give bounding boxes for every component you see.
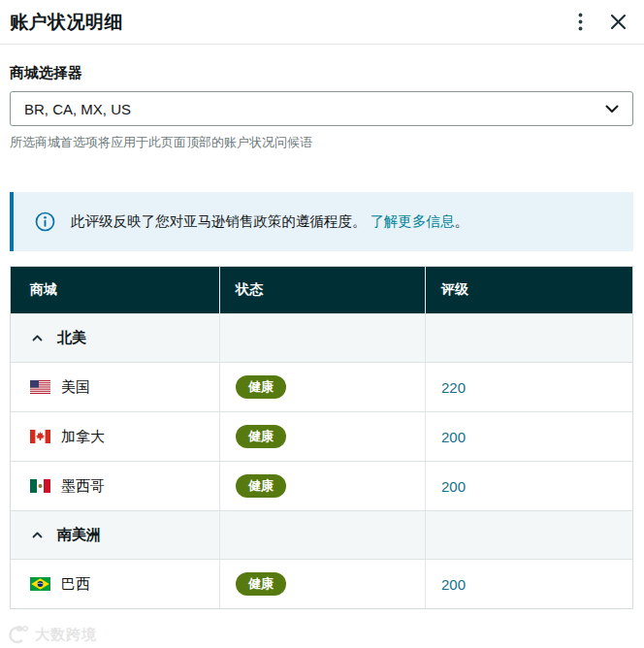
group-row: 南美洲 xyxy=(11,510,632,559)
marketplace-cell: 墨西哥 xyxy=(11,462,219,510)
empty-cell xyxy=(425,511,632,559)
close-icon xyxy=(610,14,627,30)
group-collapse-toggle[interactable] xyxy=(30,530,45,540)
marketplace-selector-label: 商城选择器 xyxy=(10,64,633,82)
kebab-menu-icon xyxy=(578,13,583,31)
marketplace-select-value: BR, CA, MX, US xyxy=(24,101,131,117)
us-flag-icon xyxy=(30,380,50,394)
country-label: 美国 xyxy=(61,378,90,397)
marketplace-table: 商城状态评级 北美 美国健康220 加拿大健康200 墨西哥健康200 南美洲 xyxy=(10,266,633,609)
mx-flag-icon xyxy=(30,479,50,493)
column-header-marketplace: 商城 xyxy=(11,267,219,313)
group-cell: 南美洲 xyxy=(11,511,219,559)
column-header-rating: 评级 xyxy=(425,267,632,313)
country-label: 加拿大 xyxy=(61,428,105,446)
br-flag-icon xyxy=(30,577,50,591)
selector-helper-text: 所选商城首选项将应用于此页面顶部的账户状况问候语 xyxy=(10,134,633,151)
status-badge: 健康 xyxy=(236,474,286,498)
page-title: 账户状况明细 xyxy=(10,10,123,35)
modal-content: 商城选择器 BR, CA, MX, US 所选商城首选项将应用于此页面顶部的账户… xyxy=(0,64,644,609)
info-icon xyxy=(35,211,55,232)
ca-flag-icon xyxy=(30,430,50,443)
chevron-up-icon xyxy=(32,335,43,341)
group-collapse-toggle[interactable] xyxy=(30,333,45,343)
marketplace-cell: 美国 xyxy=(11,363,219,411)
status-cell: 健康 xyxy=(219,462,425,510)
table-row: 加拿大健康200 xyxy=(11,411,632,461)
banner-text: 此评级反映了您对亚马逊销售政策的遵循程度。 了解更多信息。 xyxy=(71,212,468,231)
banner-message: 此评级反映了您对亚马逊销售政策的遵循程度。 xyxy=(71,213,367,229)
watermark: 大数跨境 xyxy=(6,625,97,644)
status-cell: 健康 xyxy=(219,363,425,411)
rating-cell: 220 xyxy=(425,363,632,411)
table-row: 美国健康220 xyxy=(11,362,632,411)
status-badge: 健康 xyxy=(236,425,286,448)
rating-link[interactable]: 220 xyxy=(441,379,466,396)
rating-link[interactable]: 200 xyxy=(441,576,466,593)
marketplace-cell: 巴西 xyxy=(11,560,219,608)
rating-cell: 200 xyxy=(425,412,632,461)
rating-cell: 200 xyxy=(425,560,632,608)
column-header-status: 状态 xyxy=(219,267,425,313)
rating-cell: 200 xyxy=(425,462,632,510)
watermark-text: 大数跨境 xyxy=(35,626,97,644)
kebab-menu-button[interactable] xyxy=(576,11,585,33)
header-actions xyxy=(576,11,628,33)
marketplace-select[interactable]: BR, CA, MX, US xyxy=(10,91,633,126)
table-body: 北美 美国健康220 加拿大健康200 墨西哥健康200 南美洲 xyxy=(11,313,632,608)
table-row: 墨西哥健康200 xyxy=(11,461,632,510)
account-health-details-modal: 账户状况明细 商城选择器 BR, CA, MX, US xyxy=(0,0,644,648)
table-header-row: 商城状态评级 xyxy=(11,267,632,313)
marketplace-cell: 加拿大 xyxy=(11,412,219,461)
banner-suffix: 。 xyxy=(455,213,469,229)
modal-header: 账户状况明细 xyxy=(0,0,644,45)
rating-link[interactable]: 200 xyxy=(441,478,466,495)
country-label: 墨西哥 xyxy=(61,477,105,496)
status-cell: 健康 xyxy=(219,560,425,608)
empty-cell xyxy=(219,511,425,559)
group-label: 南美洲 xyxy=(57,526,101,544)
empty-cell xyxy=(219,314,425,362)
chevron-up-icon xyxy=(32,532,43,538)
group-row: 北美 xyxy=(11,313,632,362)
learn-more-link[interactable]: 了解更多信息 xyxy=(370,213,455,229)
country-label: 巴西 xyxy=(61,575,90,594)
info-banner: 此评级反映了您对亚马逊销售政策的遵循程度。 了解更多信息。 xyxy=(10,192,633,251)
status-badge: 健康 xyxy=(236,375,286,399)
rating-link[interactable]: 200 xyxy=(441,429,466,445)
close-button[interactable] xyxy=(608,12,628,32)
group-label: 北美 xyxy=(57,329,86,347)
status-badge: 健康 xyxy=(236,572,286,596)
table-row: 巴西健康200 xyxy=(11,559,632,608)
status-cell: 健康 xyxy=(219,412,425,461)
chevron-down-icon xyxy=(605,105,619,113)
group-cell: 北美 xyxy=(11,314,219,362)
watermark-logo-icon xyxy=(6,625,33,644)
empty-cell xyxy=(425,314,632,362)
